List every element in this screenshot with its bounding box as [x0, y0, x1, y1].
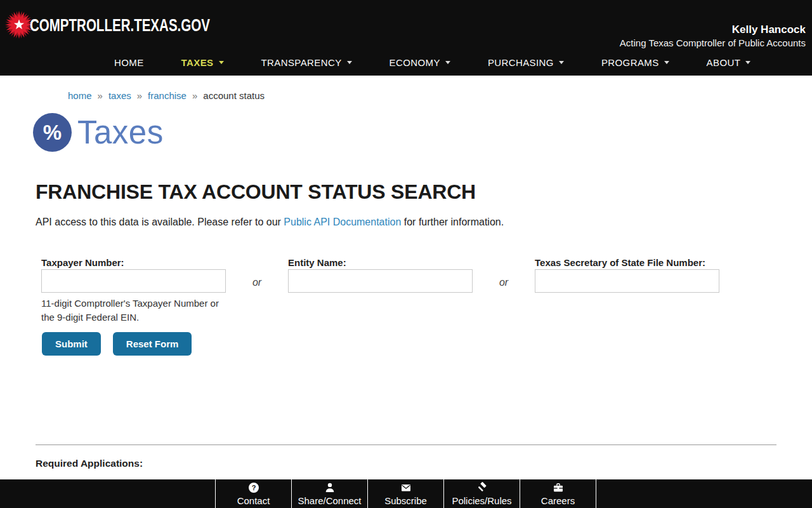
footer-item-label: Careers — [541, 495, 575, 506]
briefcase-icon — [553, 482, 564, 493]
breadcrumb-separator: » — [192, 90, 197, 101]
gavel-icon — [476, 482, 488, 493]
site-header: COMPTROLLER.TEXAS.GOV Kelly Hancock Acti… — [0, 0, 812, 76]
envelope-icon — [400, 482, 412, 493]
entity-name-label: Entity Name: — [288, 257, 473, 269]
starburst-logo-icon[interactable] — [5, 11, 33, 39]
footer-item-label: Subscribe — [384, 495, 427, 506]
breadcrumb-separator: » — [137, 90, 142, 101]
breadcrumb-link-home[interactable]: home — [68, 90, 92, 101]
taxpayer-number-input[interactable] — [41, 269, 226, 293]
or-separator: or — [226, 277, 288, 288]
main-nav: HOME TAXES TRANSPARENCY ECONOMY PURCHASI… — [114, 57, 750, 68]
breadcrumb-link-franchise[interactable]: franchise — [148, 90, 187, 101]
person-icon — [324, 482, 336, 493]
footer-item-label: Policies/Rules — [452, 495, 511, 506]
breadcrumb-current: account status — [203, 90, 265, 101]
nav-item-label: PURCHASING — [488, 57, 554, 68]
chevron-down-icon — [347, 61, 352, 64]
nav-item-about[interactable]: ABOUT — [707, 57, 751, 68]
footer-cells: ? Contact Share/Connect — [215, 479, 596, 508]
entity-name-input[interactable] — [288, 269, 473, 293]
nav-item-taxes[interactable]: TAXES — [181, 57, 224, 68]
nav-item-transparency[interactable]: TRANSPARENCY — [261, 57, 352, 68]
nav-item-programs[interactable]: PROGRAMS — [601, 57, 669, 68]
page: COMPTROLLER.TEXAS.GOV Kelly Hancock Acti… — [0, 0, 812, 508]
required-applications-heading: Required Applications: — [36, 458, 143, 469]
api-text-after: for further information. — [401, 217, 504, 227]
chevron-down-icon — [445, 61, 450, 64]
nav-item-economy[interactable]: ECONOMY — [390, 57, 450, 68]
search-form: Taxpayer Number: 11-digit Comptroller's … — [41, 257, 719, 324]
taxpayer-number-field-group: Taxpayer Number: 11-digit Comptroller's … — [41, 257, 226, 324]
section-divider — [36, 444, 776, 445]
nav-item-label: HOME — [114, 57, 144, 68]
footer-item-subscribe[interactable]: Subscribe — [367, 479, 443, 508]
nav-item-label: PROGRAMS — [601, 57, 659, 68]
nav-item-purchasing[interactable]: PURCHASING — [488, 57, 564, 68]
official-title: Acting Texas Comptroller of Public Accou… — [620, 36, 806, 50]
breadcrumb-separator: » — [98, 90, 103, 101]
nav-item-home[interactable]: HOME — [114, 57, 144, 68]
api-access-text: API access to this data is available. Pl… — [36, 217, 504, 228]
question-circle-icon: ? — [248, 482, 259, 493]
sos-file-number-field-group: Texas Secretary of State File Number: — [535, 257, 719, 293]
site-wordmark[interactable]: COMPTROLLER.TEXAS.GOV — [30, 16, 210, 36]
svg-text:?: ? — [251, 484, 256, 491]
footer-item-share-connect[interactable]: Share/Connect — [291, 479, 367, 508]
taxpayer-number-help: 11-digit Comptroller's Taxpayer Number o… — [41, 297, 226, 324]
nav-item-label: TAXES — [181, 57, 214, 68]
or-separator: or — [473, 277, 535, 288]
chevron-down-icon — [219, 61, 224, 64]
footer-item-contact[interactable]: ? Contact — [215, 479, 291, 508]
section-head: % Taxes — [33, 113, 164, 152]
chevron-down-icon — [664, 61, 669, 64]
official-block: Kelly Hancock Acting Texas Comptroller o… — [620, 23, 806, 50]
page-title: FRANCHISE TAX ACCOUNT STATUS SEARCH — [36, 180, 476, 204]
nav-item-label: ECONOMY — [390, 57, 440, 68]
breadcrumb-link-taxes[interactable]: taxes — [108, 90, 131, 101]
footer-item-label: Contact — [237, 495, 270, 506]
sos-file-number-label: Texas Secretary of State File Number: — [535, 257, 719, 269]
percent-icon: % — [33, 113, 72, 152]
reset-form-button[interactable]: Reset Form — [113, 332, 192, 356]
chevron-down-icon — [559, 61, 564, 64]
submit-button[interactable]: Submit — [42, 332, 101, 356]
public-api-documentation-link[interactable]: Public API Documentation — [284, 217, 401, 227]
entity-name-field-group: Entity Name: — [288, 257, 473, 293]
nav-item-label: TRANSPARENCY — [261, 57, 342, 68]
taxpayer-number-label: Taxpayer Number: — [41, 257, 226, 269]
sos-file-number-input[interactable] — [535, 269, 719, 293]
footer-item-label: Share/Connect — [298, 495, 361, 506]
footer-item-careers[interactable]: Careers — [520, 479, 596, 508]
nav-item-label: ABOUT — [707, 57, 741, 68]
form-buttons: Submit Reset Form — [42, 332, 192, 356]
footer-bar: ? Contact Share/Connect — [0, 479, 812, 508]
chevron-down-icon — [745, 61, 750, 64]
official-name: Kelly Hancock — [620, 23, 806, 36]
footer-item-policies-rules[interactable]: Policies/Rules — [443, 479, 520, 508]
breadcrumb: home » taxes » franchise » account statu… — [68, 90, 265, 101]
api-text-before: API access to this data is available. Pl… — [36, 217, 284, 227]
section-title: Taxes — [77, 114, 164, 151]
